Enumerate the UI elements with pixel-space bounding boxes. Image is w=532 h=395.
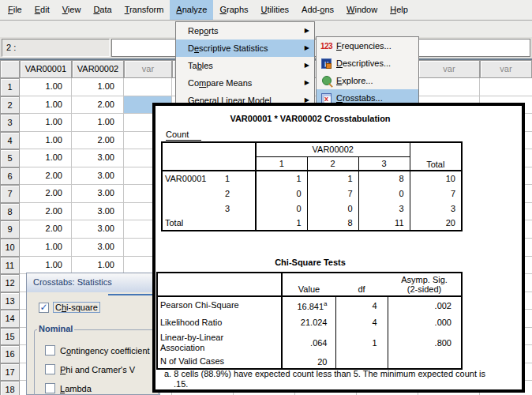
menu-view[interactable]: View: [56, 0, 88, 20]
menu-data[interactable]: Data: [87, 0, 118, 20]
crosstab-cell: 0: [256, 201, 307, 216]
menu-item-descriptives[interactable]: μ Descriptives...: [317, 55, 418, 72]
chi-row-label: Linear-by-Linear Association: [157, 331, 282, 355]
menu-file[interactable]: File: [2, 0, 28, 20]
checkbox-checked[interactable]: ✓: [39, 303, 49, 313]
menu-item-frequencies[interactable]: 123 Frequencies...: [317, 37, 418, 55]
row-number[interactable]: 18: [0, 381, 20, 395]
row-number[interactable]: 10: [0, 239, 20, 257]
row-number[interactable]: 1: [0, 78, 20, 96]
submenu-arrow-icon: ▶: [305, 40, 309, 57]
crosstab-cell: 0: [256, 186, 307, 201]
checkbox-unchecked[interactable]: [45, 383, 55, 393]
menu-analyze[interactable]: Analyze: [170, 0, 213, 20]
lambda-label[interactable]: Lambda: [60, 384, 92, 393]
submenu-arrow-icon: ▶: [305, 74, 309, 92]
data-cell[interactable]: 1.00: [20, 96, 72, 115]
crosstab-cell: 3: [410, 201, 462, 216]
data-cell[interactable]: 2.00: [20, 203, 72, 221]
row-number[interactable]: 9: [0, 220, 20, 239]
data-cell[interactable]: 1.00: [20, 114, 72, 132]
chi-df-cell: 4: [335, 314, 388, 331]
row-number[interactable]: 12: [0, 274, 20, 292]
menu-item-compare-means[interactable]: Compare Means▶: [176, 74, 314, 92]
menu-graphs[interactable]: Graphs: [213, 0, 254, 20]
data-cell[interactable]: 2.00: [72, 96, 124, 115]
row-number[interactable]: 7: [0, 185, 20, 203]
chi-square-checkbox-label[interactable]: Chi-square: [53, 302, 100, 313]
column-header-var[interactable]: var: [124, 60, 172, 78]
crosstab-total-header: Total: [410, 142, 462, 171]
column-header-var[interactable]: var: [418, 60, 480, 78]
data-cell[interactable]: [124, 78, 172, 96]
data-cell[interactable]: 2.00: [72, 132, 124, 150]
checkbox-unchecked[interactable]: [45, 345, 55, 356]
data-cell[interactable]: 1.00: [20, 257, 72, 275]
crosstab-cell: 0: [307, 201, 358, 216]
column-header-var00001[interactable]: VAR00001: [20, 60, 72, 78]
row-number[interactable]: 2: [0, 96, 20, 115]
menu-item-tables[interactable]: Tables▶: [176, 57, 314, 74]
crosstabulation-title: VAR00001 * VAR00002 Crosstabulation: [155, 114, 465, 123]
data-cell[interactable]: 3.00: [72, 220, 124, 239]
data-cell[interactable]: 1.00: [72, 114, 124, 132]
cell-reference-label: 2 :: [2, 39, 110, 57]
crosstab-cell: 8: [307, 216, 358, 231]
row-number[interactable]: 6: [0, 167, 20, 186]
menu-item-reports[interactable]: Reports▶: [176, 22, 314, 40]
menu-window[interactable]: Window: [340, 0, 384, 20]
data-cell[interactable]: 3.00: [72, 185, 124, 203]
row-number[interactable]: 11: [0, 257, 20, 275]
crosstab-cell: 7: [307, 186, 358, 201]
row-number[interactable]: 17: [0, 363, 20, 382]
chi-value-cell: 21.024: [282, 314, 335, 331]
menu-item-descriptive-statistics[interactable]: Descriptive Statistics▶: [176, 40, 314, 57]
column-header-var[interactable]: var: [480, 60, 532, 78]
row-number[interactable]: 16: [0, 345, 20, 363]
data-cell[interactable]: 3.00: [72, 167, 124, 186]
crosstab-layer-label: Count: [166, 130, 201, 141]
data-cell[interactable]: 3.00: [72, 203, 124, 221]
menu-utilities[interactable]: Utilities: [255, 0, 295, 20]
chi-value-cell: 20: [282, 355, 335, 369]
data-cell[interactable]: 2.00: [20, 167, 72, 186]
data-cell[interactable]: 1.00: [20, 132, 72, 150]
row-number[interactable]: 5: [0, 149, 20, 167]
chi-sig-cell: .002: [388, 296, 462, 314]
data-cell[interactable]: 3.00: [72, 239, 124, 257]
chi-sig-cell: .000: [388, 314, 462, 331]
chi-df-cell: 1: [335, 331, 388, 355]
menu-help[interactable]: Help: [384, 0, 414, 20]
menu-item-explore[interactable]: Explore...: [317, 72, 418, 89]
data-cell[interactable]: 2.00: [20, 185, 72, 203]
phi-cramers-v-label[interactable]: Phi and Cramer's V: [60, 365, 135, 374]
menu-edit[interactable]: Edit: [28, 0, 56, 20]
menu-transform[interactable]: Transform: [118, 0, 170, 20]
contingency-coefficient-label[interactable]: Contingency coefficient: [60, 346, 150, 356]
row-number[interactable]: 15: [0, 328, 20, 346]
data-cell[interactable]: 3.00: [72, 149, 124, 167]
crosstab-cell: 1: [307, 171, 358, 186]
chi-row-label: Pearson Chi-Square: [157, 296, 282, 314]
row-number[interactable]: 3: [0, 114, 20, 132]
menu-add-ons[interactable]: Add-ons: [295, 0, 340, 20]
column-header-var00002[interactable]: VAR00002: [72, 60, 124, 78]
data-cell[interactable]: 1.00: [20, 149, 72, 167]
data-cell[interactable]: 2.00: [20, 220, 72, 239]
data-cell[interactable]: 1.00: [72, 257, 124, 275]
row-number[interactable]: 4: [0, 132, 20, 150]
row-number[interactable]: 8: [0, 203, 20, 221]
dialog-title-bar[interactable]: Crosstabs: Statistics: [27, 273, 159, 292]
spss-data-editor-window: File Edit View Data Transform Analyze Gr…: [0, 0, 532, 395]
data-cell[interactable]: 1.00: [20, 78, 72, 96]
row-number[interactable]: 14: [0, 310, 20, 328]
submenu-arrow-icon: ▶: [305, 22, 309, 40]
crosstab-cell: 20: [410, 216, 462, 231]
data-cell[interactable]: 1.00: [72, 78, 124, 96]
row-number[interactable]: 13: [0, 292, 20, 310]
crosstab-cell: 7: [410, 186, 462, 201]
checkbox-unchecked[interactable]: [45, 364, 55, 374]
check-icon: ✓: [39, 303, 47, 312]
data-cell[interactable]: 1.00: [20, 239, 72, 257]
chi-value-cell: .064: [282, 331, 335, 355]
